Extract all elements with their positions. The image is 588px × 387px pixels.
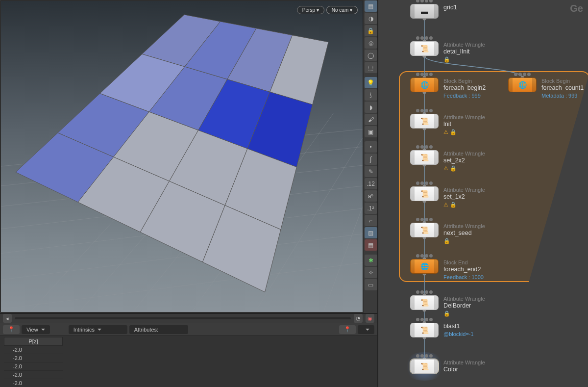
time-slider[interactable] [15,317,351,319]
node-icon: 📜 [420,190,429,198]
node-info: Feedback : 999 [443,92,486,99]
node-type: Block End [443,259,484,266]
node-name: foreach_end2 [443,266,484,273]
spreadsheet-toolbar: 📍 View Intrinsics Attributes: 📍 [0,323,377,336]
node-grid1[interactable]: ▬grid1 [410,4,457,19]
node-icon: 📜 [420,299,429,307]
viewport-pane: Persp ▾ No cam ▾ ▦ ◑ 🔒 ◎ ◯ ⬚ 💡 ⟆ ◗ 🖌 ▣ •… [0,0,377,387]
node-name: foreach_count1 [541,84,584,91]
viewport-wrap: Persp ▾ No cam ▾ ▦ ◑ 🔒 ◎ ◯ ⬚ 💡 ⟆ ◗ 🖌 ▣ •… [0,0,377,313]
field-icon[interactable]: ⬚ [365,62,377,73]
node-name: set_2x2 [443,157,485,164]
spreadsheet-body[interactable]: P[z] -2.0-2.0-2.0-2.0-2.0 [0,336,377,387]
node-flags: ⚠ 🔒 [443,129,485,135]
scale-icon[interactable]: .1² [365,203,377,214]
record-icon[interactable]: ◉ [366,314,374,323]
shadow-icon[interactable]: ◗ [365,102,377,113]
camera-button[interactable]: No cam ▾ [326,6,358,14]
mat-icon[interactable]: ▣ [365,126,377,137]
network-view[interactable]: Ge ▬grid1📜Attribute Wrangledetai_lInit🔒🌐… [377,0,588,387]
cell[interactable]: -2.0 [4,371,63,379]
node-foreach_end2[interactable]: 🌐Block Endforeach_end2Feedback : 1000 [410,259,484,281]
node-set_1x2[interactable]: 📜Attribute Wrangleset_1x2⚠ 🔒 [410,186,485,208]
node-type: Attribute Wrangle [443,114,485,121]
viewport-3d[interactable]: Persp ▾ No cam ▾ [0,0,363,312]
node-icon: 🌐 [420,262,429,270]
filter-icon[interactable]: 📍 [339,325,356,334]
node-icon: 📜 [420,226,429,234]
curve-icon[interactable]: ʃ [365,154,377,165]
node-type: Block Begin [443,77,486,84]
viewport-scene [1,1,363,312]
node-name: next_seed [443,230,485,236]
node-flags: 🔒 [443,56,485,63]
num-icon[interactable]: .12 [365,178,377,189]
shade-mode-icon[interactable]: ▦ [365,0,377,12]
dot-icon[interactable]: • [365,141,377,153]
node-icon: 🌐 [518,81,527,89]
bone-icon[interactable]: ⟆ [365,89,377,101]
column-header[interactable]: P[z] [4,337,63,346]
node-foreach_begin2[interactable]: 🌐Block Beginforeach_begin2Feedback : 999 [410,77,486,99]
node-next_seed[interactable]: 📜Attribute Wranglenext_seed🔒 [410,223,485,244]
pen-icon[interactable]: ✎ [365,166,377,177]
node-name: Color [443,366,485,373]
brush-icon[interactable]: ▨ [365,227,377,238]
node-info: @blockid=-1 [443,331,474,337]
svg-line-12 [323,206,363,312]
node-type: Attribute Wrangle [443,223,485,230]
node-name: detai_lInit [443,48,485,55]
node-info: Metadata : 999 [541,92,584,99]
sheet-menu[interactable] [358,325,374,334]
node-flags: 🔒 [443,310,485,317]
compass-icon[interactable]: ✧ [365,267,377,278]
node-type: Attribute Wrangle [443,359,485,366]
cell[interactable]: -2.0 [4,346,63,354]
view-dropdown[interactable]: View [22,325,50,334]
intrinsics-dropdown[interactable]: Intrinsics [69,325,127,334]
node-name: foreach_begin2 [443,84,486,91]
node-layer: ▬grid1📜Attribute Wrangledetai_lInit🔒🌐Blo… [378,0,588,387]
node-flags: 🔒 [443,237,485,244]
node-type: Attribute Wrangle [443,150,485,157]
viewport-toolbar: ▦ ◑ 🔒 ◎ ◯ ⬚ 💡 ⟆ ◗ 🖌 ▣ • ʃ ✎ .12 aᵇ .1² ⌐… [364,0,377,313]
node-icon: 📜 [420,45,429,52]
paint-icon[interactable]: 🖌 [365,114,377,125]
pin-icon[interactable]: 📍 [3,325,20,334]
angle-icon[interactable]: ⌐ [365,215,377,226]
clock-icon[interactable]: ◔ [354,314,363,323]
node-info: Feedback : 1000 [443,274,484,281]
light-icon[interactable]: 💡 [365,77,377,88]
ghost-icon[interactable]: ◑ [365,13,377,24]
node-DelBorder[interactable]: 📜Attribute WrangleDelBorder🔒 [410,295,485,317]
svg-line-6 [1,263,363,310]
grid-icon[interactable]: ▦ [365,239,377,251]
persp-button[interactable]: Persp ▾ [297,6,324,14]
attributes-field[interactable]: Attributes: [129,325,188,334]
node-icon: 📜 [420,326,429,334]
node-name: set_1x2 [443,193,485,200]
bug-icon[interactable]: ✱ [365,255,377,266]
cell[interactable]: -2.0 [4,379,63,387]
node-flags: ⚠ 🔒 [443,165,485,172]
node-set_2x2[interactable]: 📜Attribute Wrangleset_2x2⚠ 🔒 [410,150,485,172]
node-type: Attribute Wrangle [443,295,485,302]
node-icon: 🌐 [420,81,429,89]
node-icon: 📜 [420,117,429,125]
node-name: lnit [443,121,485,128]
sphere-icon[interactable]: ◯ [365,50,377,61]
target-icon[interactable]: ◎ [365,37,377,49]
node-foreach_count1[interactable]: 🌐Block Beginforeach_count1Metadata : 999 [508,77,584,99]
ab-icon[interactable]: aᵇ [365,190,377,202]
lock-icon[interactable]: 🔒 [365,25,377,36]
node-blast1[interactable]: 📜blast1@blockid=-1 [410,323,474,337]
node-lnit[interactable]: 📜Attribute Wranglelnit⚠ 🔒 [410,114,485,135]
ruler-icon[interactable]: ▭ [365,279,377,290]
node-Color[interactable]: 📜Attribute WrangleColor [410,359,485,374]
tri-left-icon[interactable]: ◂ [3,314,12,323]
cell[interactable]: -2.0 [4,354,63,362]
node-icon: 📜 [420,154,429,161]
cell[interactable]: -2.0 [4,362,63,371]
node-detai_lInit[interactable]: 📜Attribute Wrangledetai_lInit🔒 [410,41,485,63]
node-type: Block Begin [541,77,584,84]
